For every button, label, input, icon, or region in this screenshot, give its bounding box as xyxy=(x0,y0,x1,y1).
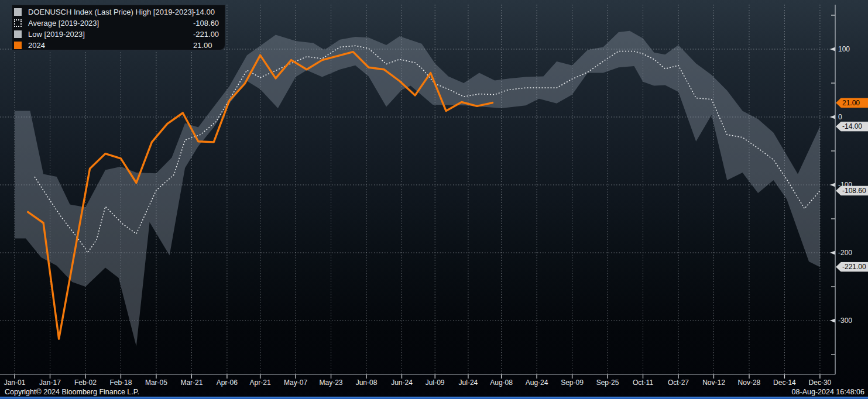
x-axis-label: Aug-08 xyxy=(490,379,513,387)
x-axis-label: Oct-11 xyxy=(633,379,653,387)
last-value-badge: -108.60 xyxy=(836,185,868,195)
x-axis-label: Dec-30 xyxy=(809,379,832,387)
y-axis-label: -200 xyxy=(838,249,852,257)
average-dotted-swatch-icon xyxy=(14,19,22,27)
x-axis-label: May-07 xyxy=(284,379,307,387)
legend-series-label: DOENUSCH Index (Last Price) High [2019-2… xyxy=(28,6,194,18)
last-value-badge: -14.00 xyxy=(836,122,868,132)
x-axis-label: Jun-08 xyxy=(356,379,378,387)
last-value-badge: -221.00 xyxy=(836,262,868,272)
x-axis-label: Feb-02 xyxy=(74,379,97,387)
legend-series-value: -108.60 xyxy=(193,18,219,29)
current-year-swatch-icon xyxy=(14,42,22,49)
x-axis-label: Jul-09 xyxy=(426,379,445,387)
x-axis-label: Mar-05 xyxy=(145,379,167,387)
y-tick-arrow xyxy=(830,47,835,51)
bloomberg-seasonality-chart: { "legend": { "rows": [ {"swatch":"solid… xyxy=(0,0,868,399)
y-tick-arrow xyxy=(830,183,835,187)
high-band-swatch-icon xyxy=(14,8,22,16)
low-band-swatch-icon xyxy=(14,30,22,38)
x-axis-label: Oct-27 xyxy=(668,379,689,387)
legend-series-value: -14.00 xyxy=(193,6,215,18)
x-axis-label: Nov-12 xyxy=(702,379,725,387)
x-axis-label: Apr-06 xyxy=(217,379,238,387)
y-tick-arrow xyxy=(830,319,835,323)
x-axis-label: Sep-09 xyxy=(561,379,584,387)
bottom-blue-bar xyxy=(0,397,868,399)
y-axis-label: 0 xyxy=(838,113,842,121)
legend-series-label: 2024 xyxy=(28,40,45,51)
timestamp-text: 08-Aug-2024 16:48:06 xyxy=(792,388,864,396)
legend-row[interactable]: Low [2019-2023]-221.00 xyxy=(12,29,225,40)
x-axis-label: Sep-25 xyxy=(596,379,619,387)
x-axis-label: Jan-17 xyxy=(39,379,61,387)
x-axis-label: Nov-28 xyxy=(738,379,761,387)
y-axis-label: -300 xyxy=(838,317,852,325)
legend-row[interactable]: Average [2019-2023]-108.60 xyxy=(12,18,225,29)
y-axis-label: 100 xyxy=(838,45,850,53)
y-tick-arrow xyxy=(830,115,835,119)
x-axis-label: Jun-24 xyxy=(391,379,413,387)
legend: DOENUSCH Index (Last Price) High [2019-2… xyxy=(12,5,225,50)
x-axis-label: May-23 xyxy=(320,379,343,387)
copyright-text: Copyright© 2024 Bloomberg Finance L.P. xyxy=(5,388,139,396)
x-axis-label: Feb-18 xyxy=(109,379,132,387)
legend-series-label: Low [2019-2023] xyxy=(28,29,85,40)
last-value-badge: 21.00 xyxy=(836,98,868,108)
legend-series-value: 21.00 xyxy=(193,40,212,51)
high-low-band xyxy=(15,31,820,346)
x-axis-label: Apr-21 xyxy=(250,379,271,387)
legend-series-label: Average [2019-2023] xyxy=(28,18,99,29)
legend-series-value: -221.00 xyxy=(193,29,219,40)
x-axis-label: Jul-24 xyxy=(459,379,478,387)
x-axis-label: Mar-21 xyxy=(180,379,203,387)
y-tick-arrow xyxy=(830,251,835,255)
legend-row[interactable]: DOENUSCH Index (Last Price) High [2019-2… xyxy=(12,6,225,18)
x-axis-label: Jan-01 xyxy=(4,379,26,387)
legend-row[interactable]: 202421.00 xyxy=(12,40,225,51)
plot-area[interactable] xyxy=(0,0,868,399)
x-axis-label: Dec-14 xyxy=(773,379,796,387)
x-axis-label: Aug-24 xyxy=(526,379,548,387)
